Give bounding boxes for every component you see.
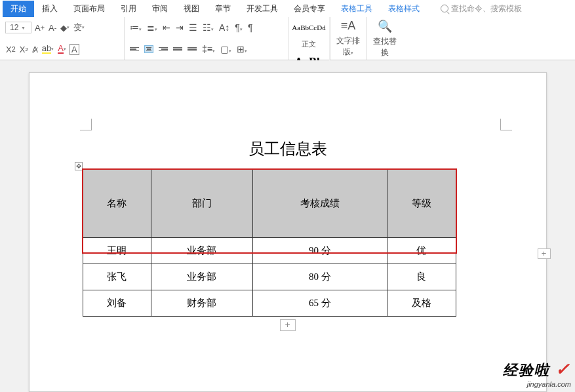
tab-developer[interactable]: 开发工具: [239, 1, 286, 17]
styles-group: AaBbCcDd 正文 AaBb 标题 1▾ AaBb( 标题 2▾ AaBbC…: [288, 17, 330, 60]
borders-button[interactable]: ⊞▾: [237, 44, 247, 54]
decrease-font-button[interactable]: A-: [48, 23, 57, 33]
tab-review[interactable]: 审阅: [144, 1, 176, 17]
paragraph-group: ≔▾ ≣▾ ⇤ ⇥ ☰ ☷▾ A↕ ¶▾ ¶ ‡≡▾ ▢▾ ⊞▾: [125, 17, 288, 60]
table-row[interactable]: 刘备 财务部 65 分 及格: [83, 290, 456, 317]
align-justify-button[interactable]: [173, 47, 182, 52]
align-distribute-button[interactable]: [188, 47, 197, 52]
find-label: 查找替换: [372, 36, 397, 58]
tab-member[interactable]: 会员专享: [286, 1, 333, 17]
search-icon: [441, 5, 448, 12]
sort-button[interactable]: ☷▾: [203, 22, 214, 33]
superscript-button[interactable]: X2: [5, 45, 16, 54]
tab-insert[interactable]: 插入: [34, 1, 66, 17]
table-header-row[interactable]: 名称 部门 考核成绩 等级: [83, 169, 456, 238]
tab-sections[interactable]: 章节: [207, 1, 239, 17]
document-title[interactable]: 员工信息表: [85, 138, 490, 159]
align-left-button[interactable]: [130, 47, 139, 52]
font-size-selector[interactable]: 12▼: [5, 22, 31, 33]
employee-table[interactable]: 名称 部门 考核成绩 等级 王明 业务部 90 分 优 张飞: [83, 168, 456, 317]
phonetic-button[interactable]: 变▾: [73, 22, 85, 33]
decrease-indent-button[interactable]: ⇤: [163, 22, 170, 33]
col-score[interactable]: 考核成绩: [252, 169, 387, 238]
ribbon: 12▼ A+ A- ◆▾ 变▾ X2 X2 A̷ ab▾ A▾ A ≔▾ ≣▾ …: [0, 17, 575, 60]
typography-group[interactable]: ≡A 文字排版▾: [330, 17, 367, 60]
shading-button[interactable]: ▢▾: [220, 44, 231, 54]
char-border-button[interactable]: A: [69, 44, 79, 55]
find-replace-group[interactable]: 🔍 查找替换: [367, 17, 403, 60]
table-container: ✥ 名称 部门 考核成绩 等级 王明 业务部 90 分 优: [85, 168, 490, 331]
align-center-button[interactable]: [144, 45, 153, 54]
tab-references[interactable]: 引用: [113, 1, 144, 17]
pilcrow-button[interactable]: ¶▾: [235, 22, 243, 33]
number-list-button[interactable]: ≣▾: [147, 22, 157, 33]
align-right-button[interactable]: [159, 47, 168, 52]
clear-format-button[interactable]: A̷: [31, 45, 39, 54]
line-spacing-button[interactable]: ‡≡▾: [202, 44, 215, 54]
magnifier-icon: 🔍: [378, 19, 392, 33]
check-icon: ✓: [555, 359, 571, 379]
tab-table-style[interactable]: 表格样式: [380, 1, 427, 17]
vertical-text-button[interactable]: A↕: [219, 22, 229, 33]
increase-indent-button[interactable]: ⇥: [176, 22, 184, 33]
search-placeholder: 查找命令、搜索模板: [451, 3, 522, 14]
chevron-down-icon: ▼: [21, 26, 26, 30]
change-case-button[interactable]: ◆▾: [60, 23, 70, 33]
col-grade[interactable]: 等级: [387, 169, 456, 238]
subscript-button[interactable]: X2: [19, 45, 29, 54]
tab-table-tools[interactable]: 表格工具: [333, 1, 380, 17]
page[interactable]: 员工信息表 ✥ 名称 部门 考核成绩 等级 王明 业务部 9: [29, 72, 547, 392]
table-row[interactable]: 张飞 业务部 80 分 良: [83, 264, 456, 290]
menu-bar: 开始 插入 页面布局 引用 审阅 视图 章节 开发工具 会员专享 表格工具 表格…: [0, 0, 575, 17]
table-row[interactable]: 王明 业务部 90 分 优: [83, 238, 456, 264]
document-canvas: 员工信息表 ✥ 名称 部门 考核成绩 等级 王明 业务部 9: [0, 60, 575, 392]
watermark: 经验啦 ✓ jingyanla.com: [503, 359, 571, 388]
font-color-button[interactable]: A▾: [57, 45, 67, 54]
style-normal[interactable]: AaBbCcDd 正文: [288, 17, 330, 52]
col-dept[interactable]: 部门: [151, 169, 252, 238]
table-move-handle[interactable]: ✥: [75, 162, 83, 170]
typography-label: 文字排版▾: [336, 35, 361, 58]
tab-view[interactable]: 视图: [176, 1, 207, 17]
text-direction-button[interactable]: ☰: [189, 22, 197, 33]
add-column-button[interactable]: +: [538, 248, 551, 259]
add-row-button[interactable]: +: [280, 319, 296, 331]
margin-mark-tl: [80, 119, 92, 130]
font-group: 12▼ A+ A- ◆▾ 变▾ X2 X2 A̷ ab▾ A▾ A: [0, 17, 125, 60]
highlight-button[interactable]: ab▾: [41, 45, 54, 54]
tab-layout[interactable]: 页面布局: [66, 1, 113, 17]
tab-home[interactable]: 开始: [3, 1, 34, 17]
margin-mark-tr: [500, 119, 512, 130]
command-search[interactable]: 查找命令、搜索模板: [441, 3, 522, 14]
typography-icon: ≡A: [341, 19, 356, 33]
increase-font-button[interactable]: A+: [34, 23, 45, 33]
bullet-list-button[interactable]: ≔▾: [130, 22, 142, 33]
col-name[interactable]: 名称: [83, 169, 151, 238]
show-mark-button[interactable]: ¶: [248, 22, 253, 33]
